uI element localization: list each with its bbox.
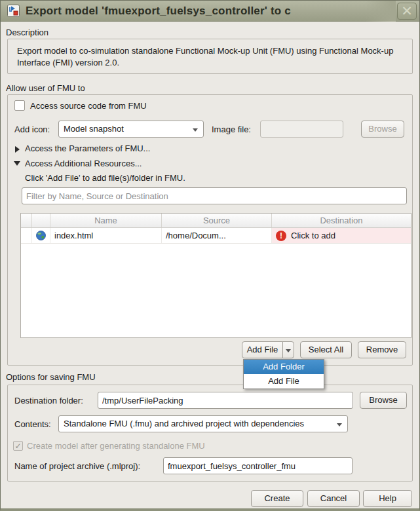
remove-button[interactable]: Remove	[358, 341, 406, 358]
chevron-down-icon	[337, 423, 342, 426]
row-source-cell[interactable]: /home/Docum...	[162, 228, 272, 243]
help-button[interactable]: Help	[363, 490, 412, 507]
table-row[interactable]: index.html /home/Docum... ! Click to add	[21, 228, 411, 244]
contents-label: Contents:	[14, 419, 51, 429]
cancel-button[interactable]: Cancel	[307, 490, 360, 507]
globe-icon	[36, 231, 46, 240]
destination-browse-button[interactable]: Browse	[360, 392, 407, 409]
chevron-down-icon	[286, 349, 291, 352]
contents-select-value: Standalone FMU (.fmu) and archived proje…	[64, 419, 304, 428]
column-header-name[interactable]: Name	[50, 214, 162, 227]
archive-name-input[interactable]	[163, 457, 353, 474]
options-section-label: Options for saving FMU	[6, 372, 96, 382]
menu-item-add-file[interactable]: Add File	[244, 374, 324, 388]
error-icon: !	[276, 231, 286, 241]
close-icon[interactable]: ✕	[397, 3, 417, 20]
row-name-cell[interactable]: index.html	[50, 228, 162, 243]
description-section-label: Description	[6, 28, 48, 37]
add-icon-label: Add icon:	[14, 124, 50, 134]
menu-item-add-folder[interactable]: Add Folder	[244, 360, 324, 374]
resources-table: Name Source Destination index.html /home…	[20, 213, 411, 338]
filter-input[interactable]	[22, 187, 407, 204]
row-destination-cell[interactable]: ! Click to add	[272, 228, 411, 243]
access-source-checkbox[interactable]	[14, 100, 25, 111]
export-fmu-dialog: Export model 'fmuexport_fuelsys_controll…	[0, 0, 420, 511]
add-icon-select[interactable]: Model snapshot	[58, 121, 204, 138]
add-file-button[interactable]: Add File	[242, 341, 283, 358]
titlebar: Export model 'fmuexport_fuelsys_controll…	[1, 1, 419, 22]
create-model-checkbox[interactable]: ✓	[13, 441, 23, 451]
add-file-dropdown-toggle[interactable]	[282, 341, 294, 358]
add-icon-select-value: Model snapshot	[64, 124, 124, 134]
image-file-label: Image file:	[212, 124, 251, 134]
resources-expander-label[interactable]: Access Additional Resources...	[25, 159, 142, 168]
access-source-checkbox-label: Access source code from FMU	[30, 101, 147, 111]
column-header-source[interactable]: Source	[162, 214, 272, 227]
params-expander-label[interactable]: Access the Parameters of FMU...	[25, 143, 150, 153]
window-title: Export model 'fmuexport_fuelsys_controll…	[26, 5, 415, 18]
archive-name-label: Name of project archive (.mlproj):	[14, 461, 140, 471]
description-text: Export model to co-simulation standalone…	[7, 39, 413, 74]
image-browse-button[interactable]: Browse	[361, 121, 404, 138]
image-file-input[interactable]	[260, 121, 343, 138]
destination-folder-input[interactable]	[98, 392, 353, 409]
row-destination-text: Click to add	[291, 228, 335, 243]
expander-expanded-icon[interactable]	[14, 161, 20, 166]
destination-folder-label: Destination folder:	[14, 396, 83, 406]
create-button[interactable]: Create	[251, 490, 303, 507]
resources-hint-text: Click 'Add File' to add file(s)/folder i…	[25, 173, 185, 183]
table-header: Name Source Destination	[21, 214, 411, 228]
allow-section-label: Allow user of FMU to	[6, 83, 85, 93]
create-model-checkbox-label: Create model after generating standalone…	[27, 441, 205, 451]
expander-collapsed-icon[interactable]	[15, 146, 20, 153]
simulink-model-icon	[7, 5, 20, 17]
chevron-down-icon	[193, 128, 198, 132]
contents-select[interactable]: Standalone FMU (.fmu) and archived proje…	[58, 415, 348, 432]
column-header-destination[interactable]: Destination	[272, 214, 411, 227]
select-all-button[interactable]: Select All	[300, 341, 352, 358]
title-fade	[366, 1, 396, 22]
add-file-menu: Add Folder Add File	[243, 359, 324, 389]
